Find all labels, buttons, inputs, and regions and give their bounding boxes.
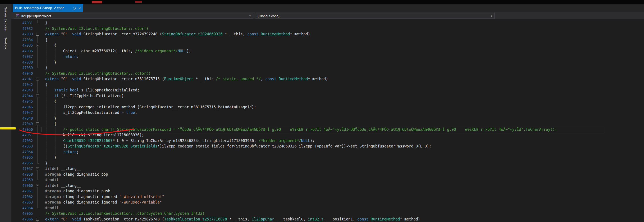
breakpoint-margin[interactable] xyxy=(12,43,13,48)
code-line[interactable]: 47063#pragma clang diagnostic ignored "-… xyxy=(12,200,644,205)
code-line[interactable]: 47040// System.Void I2.Loc.StringObfucat… xyxy=(12,71,644,76)
breakpoint-margin[interactable] xyxy=(12,183,13,189)
code-line[interactable]: 47050 // public static char[] StringObfu… xyxy=(12,127,644,133)
breakpoint-margin[interactable] xyxy=(12,76,13,82)
breakpoint-margin[interactable] xyxy=(12,99,13,104)
code-line[interactable]: 47056} xyxy=(12,160,644,166)
breakpoint-margin[interactable] xyxy=(12,166,13,172)
breakpoint-margin[interactable] xyxy=(12,155,13,160)
code-line[interactable]: 47062#pragma clang diagnostic ignored "-… xyxy=(12,194,644,200)
code-line[interactable]: 47065// System.Void I2.Loc.TashkeelLocat… xyxy=(12,211,644,216)
breakpoint-margin[interactable] xyxy=(12,104,13,110)
breakpoint-margin[interactable] xyxy=(12,200,13,205)
breakpoint-margin[interactable] xyxy=(12,138,13,144)
breakpoint-margin[interactable] xyxy=(12,144,13,149)
breakpoint-margin[interactable] xyxy=(12,48,13,54)
breakpoint-margin[interactable] xyxy=(12,116,13,121)
chevron-down-icon[interactable]: ▾ xyxy=(491,14,492,18)
breakpoint-margin[interactable] xyxy=(12,37,13,43)
code-line[interactable]: 47031} xyxy=(12,20,644,26)
breakpoint-margin[interactable] xyxy=(12,71,13,76)
breakpoint-margin[interactable] xyxy=(12,110,13,116)
code-editor[interactable]: 47031}47032// System.Void I2.Loc.StringO… xyxy=(12,19,644,222)
breakpoint-margin[interactable] xyxy=(12,65,13,71)
pin-icon[interactable] xyxy=(73,7,76,10)
close-icon[interactable]: × xyxy=(78,6,81,10)
code-line[interactable]: 47064#endif xyxy=(12,205,644,211)
breakpoint-margin[interactable] xyxy=(12,216,13,222)
breakpoint-margin[interactable] xyxy=(12,26,13,32)
fold-margin xyxy=(35,60,41,65)
breakpoint-margin[interactable] xyxy=(12,172,13,177)
fold-collapse-icon[interactable]: − xyxy=(35,31,41,37)
breakpoint-margin[interactable] xyxy=(12,60,13,65)
breakpoint-margin[interactable] xyxy=(12,20,13,26)
fold-collapse-icon[interactable]: − xyxy=(35,76,41,82)
vs-window: Server Explorer Toolbox Bulk_Assembly-CS… xyxy=(0,0,644,222)
code-line[interactable]: 47045 { xyxy=(12,99,644,104)
code-line[interactable]: 47034{ xyxy=(12,37,644,43)
code-line[interactable]: 47037 return; xyxy=(12,54,644,60)
breakpoint-margin[interactable] xyxy=(12,54,13,60)
code-line[interactable]: 47055 } xyxy=(12,155,644,160)
breakpoint-margin[interactable] xyxy=(12,188,13,194)
fold-collapse-icon[interactable]: − xyxy=(35,93,41,99)
breakpoint-margin[interactable] xyxy=(12,160,13,166)
code-line[interactable]: 47058#pragma clang diagnostic pop xyxy=(12,172,644,177)
code-line[interactable]: 47032// System.Void I2.Loc.StringObfucat… xyxy=(12,26,644,32)
fold-collapse-icon[interactable]: − xyxy=(36,94,39,97)
code-line[interactable]: 47054 return; xyxy=(12,149,644,155)
fold-collapse-icon[interactable]: − xyxy=(36,184,39,187)
code-line[interactable]: 47049− { xyxy=(12,121,644,127)
fold-collapse-icon[interactable]: − xyxy=(36,167,39,170)
breakpoint-margin[interactable] xyxy=(12,177,13,183)
fold-collapse-icon[interactable]: − xyxy=(36,218,39,221)
scope-dropdown[interactable]: (Global Scope) ▾ xyxy=(255,13,495,19)
fold-collapse-icon[interactable]: − xyxy=(36,44,39,47)
code-line[interactable]: 47061#pragma clang diagnostic push xyxy=(12,188,644,194)
code-line[interactable]: 47043 static bool s_Il2CppMethodInitiali… xyxy=(12,87,644,93)
code-line[interactable]: 47039} xyxy=(12,65,644,71)
breakpoint-margin[interactable] xyxy=(12,87,13,93)
fold-collapse-icon[interactable]: − xyxy=(36,33,39,36)
code-line[interactable]: 47060−#ifdef __clang__ xyxy=(12,183,644,189)
breakpoint-margin[interactable] xyxy=(12,93,13,99)
code-line[interactable]: 47048 } xyxy=(12,116,644,121)
code-line[interactable]: 47047 s_Il2CppMethodInitialized = true; xyxy=(12,110,644,116)
code-line[interactable]: 47046 il2cpp_codegen_initialize_method (… xyxy=(12,104,644,110)
project-dropdown[interactable]: Il2CppOutputProject ▾ xyxy=(14,13,253,19)
fold-collapse-icon[interactable]: − xyxy=(35,166,41,172)
fold-collapse-icon[interactable]: − xyxy=(36,123,39,125)
code-line[interactable]: 47033−extern "C" void StringObfucator__c… xyxy=(12,31,644,37)
fold-collapse-icon[interactable]: − xyxy=(35,183,41,189)
code-line[interactable]: 47059#endif xyxy=(12,177,644,183)
breakpoint-margin[interactable] xyxy=(12,211,13,216)
breakpoint-margin[interactable] xyxy=(12,194,13,200)
fold-collapse-icon[interactable]: − xyxy=(35,216,41,222)
code-line[interactable]: 47036 Object__ctor_m297566312(__this, /*… xyxy=(12,48,644,54)
code-line[interactable]: 47052 CharU5BU5D_t3528271667* L_0 = Stri… xyxy=(12,138,644,144)
code-line[interactable]: 47053 ((StringObfucator_t2024869326_Stat… xyxy=(12,144,644,149)
code-line[interactable]: 47035− { xyxy=(12,43,644,48)
breakpoint-margin[interactable] xyxy=(12,31,13,37)
code-line[interactable]: 47042{ xyxy=(12,82,644,88)
breakpoint-margin[interactable] xyxy=(12,132,13,138)
code-line[interactable]: 47044− if (!s_Il2CppMethodInitialized) xyxy=(12,93,644,99)
breakpoint-margin[interactable] xyxy=(12,82,13,88)
breakpoint-margin[interactable] xyxy=(12,205,13,211)
fold-collapse-icon[interactable]: − xyxy=(36,78,39,80)
breakpoint-margin[interactable] xyxy=(12,121,13,127)
breakpoint-margin[interactable] xyxy=(12,149,13,155)
code-line[interactable]: 47041−extern "C" void StringObfucator__c… xyxy=(12,76,644,82)
chevron-down-icon[interactable]: ▾ xyxy=(249,14,251,18)
code-line[interactable]: 47066−extern "C" void TashkeelLocation__… xyxy=(12,216,644,222)
code-line[interactable]: 47051 NullCheck(_stringLiteral1718003936… xyxy=(12,132,644,138)
sidebar-item-server-explorer[interactable]: Server Explorer xyxy=(4,7,8,32)
fold-collapse-icon[interactable]: − xyxy=(35,43,41,48)
tab-bulk-assembly-csharp-2[interactable]: Bulk_Assembly-CSharp_2.cpp* × xyxy=(13,4,83,12)
sidebar-item-toolbox[interactable]: Toolbox xyxy=(4,37,8,49)
code-line[interactable]: 47057−#ifdef __clang__ xyxy=(12,166,644,172)
fold-collapse-icon[interactable]: − xyxy=(35,121,41,127)
code-line[interactable]: 47038 } xyxy=(12,60,644,65)
code-text: extern "C" void TashkeelLocation__ctor_m… xyxy=(41,216,420,222)
